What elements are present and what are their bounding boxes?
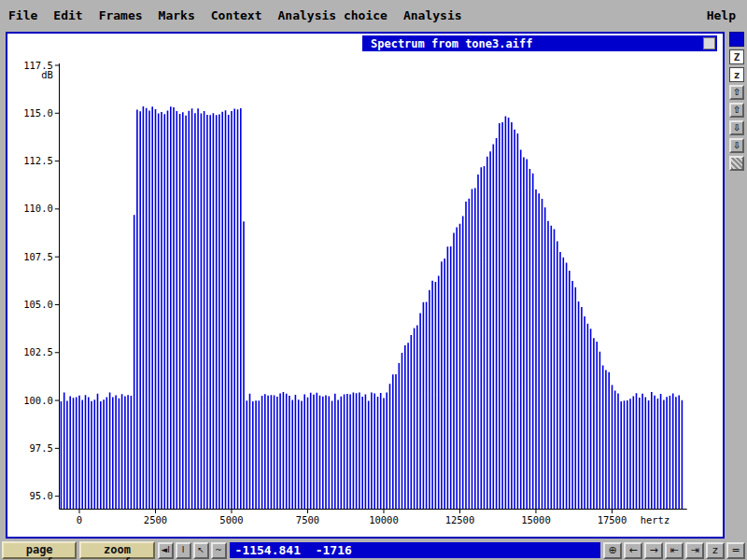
svg-text:15000: 15000 [521,514,551,525]
cursor-tool[interactable]: I [176,542,191,559]
jump-start-tool[interactable]: ⇤ [665,542,684,559]
plot-titlebar[interactable]: Spectrum from tone3.aiff [362,35,717,51]
spectrum-plot[interactable]: 117.5115.0112.5110.0107.5105.0102.5100.0… [7,34,723,537]
svg-text:115.0: 115.0 [23,107,53,119]
svg-text:0: 0 [77,514,82,525]
zoom-out-x-tool[interactable]: z [706,542,725,559]
svg-text:dB: dB [41,69,53,80]
pattern-button[interactable] [729,156,744,171]
svg-text:110.0: 110.0 [23,203,53,214]
svg-text:5000: 5000 [219,514,243,525]
menubar-items: FileEditFramesMarksContextAnalysis choic… [0,8,462,22]
svg-text:95.0: 95.0 [30,490,53,501]
page-up-button[interactable]: ⇧ [729,103,744,118]
pointer-tool[interactable]: ↖ [193,542,209,559]
plot-title: Spectrum from tone3.aiff [371,37,532,50]
svg-text:10000: 10000 [369,514,399,525]
menu-analysis-choice[interactable]: Analysis choice [278,8,388,22]
zoom-coef-button[interactable]: zoom coef [79,541,154,559]
jump-end-tool[interactable]: ⇥ [685,542,704,559]
status-display: -1154.841 -1716 [230,542,600,558]
bottom-tools: ◄II↖~ [158,542,227,559]
menu-edit[interactable]: Edit [53,8,82,22]
menu-marks[interactable]: Marks [159,8,195,22]
scroll-left-tool[interactable]: ← [624,542,642,559]
zoom-select-tool[interactable]: ⊕ [603,542,622,559]
svg-text:107.5: 107.5 [23,251,53,262]
svg-text:7500: 7500 [296,514,319,525]
svg-text:17500: 17500 [598,514,627,525]
menu-context[interactable]: Context [211,8,262,22]
svg-text:105.0: 105.0 [23,299,53,310]
waveform-tool[interactable]: ~ [211,542,227,559]
bottombar: page coef zoom coef ◄II↖~ -1154.841 -171… [0,540,747,560]
svg-text:102.5: 102.5 [23,346,53,357]
mark-left-tool[interactable]: ◄I [158,542,174,559]
titlebar-box[interactable] [703,37,715,49]
side-toolbar: Zz⇧⇧⇩⇩ [729,32,744,171]
spectrum-window: 117.5115.0112.5110.0107.5105.0102.5100.0… [6,32,725,539]
menu-file[interactable]: File [8,8,37,22]
reset-zoom-tool[interactable]: = [726,542,745,559]
svg-text:2500: 2500 [144,514,167,525]
bottom-right-tools: ⊕←→⇤⇥z= [603,542,745,559]
spectrum-comb [61,106,682,509]
page-down-button[interactable]: ⇩ [729,120,744,135]
svg-text:100.0: 100.0 [23,395,53,406]
svg-text:12500: 12500 [445,514,475,525]
svg-text:hertz: hertz [641,514,670,525]
menu-help[interactable]: Help [707,8,736,22]
zoom-out-y-button[interactable]: z [729,67,744,82]
scroll-right-tool[interactable]: → [644,542,663,559]
svg-text:112.5: 112.5 [23,155,53,166]
menu-frames[interactable]: Frames [99,8,143,22]
menu-analysis[interactable]: Analysis [403,8,462,22]
menubar: FileEditFramesMarksContextAnalysis choic… [0,0,747,30]
page-coef-button[interactable]: page coef [2,541,77,559]
scroll-down-button[interactable]: ⇩ [729,138,744,153]
svg-text:97.5: 97.5 [30,442,53,454]
scroll-up-button[interactable]: ⇧ [729,85,744,100]
zoom-in-y-button[interactable]: Z [729,49,744,64]
active-color-swatch[interactable] [729,32,744,47]
